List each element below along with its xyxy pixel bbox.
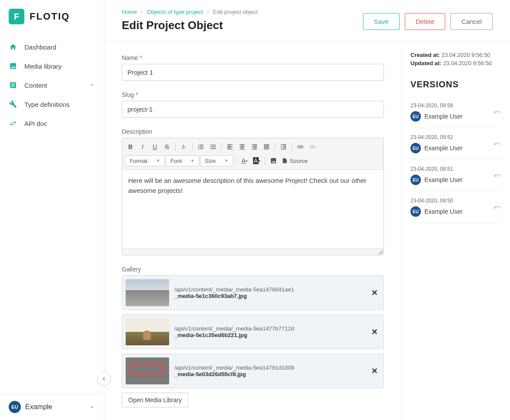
gallery-filename: _media-5e1c360c93ab7.jpg bbox=[174, 293, 363, 299]
save-button[interactable]: Save bbox=[363, 13, 400, 30]
revert-icon[interactable] bbox=[493, 140, 501, 148]
gallery-item[interactable]: /api/v1/content/_media/_media-5ea1477b77… bbox=[122, 314, 384, 349]
created-at: Created at: 23.04.2020 9:56:50 bbox=[410, 52, 501, 58]
gallery-path: /api/v1/content/_media/_media-5ea14781d1… bbox=[174, 364, 363, 371]
breadcrumb-home[interactable]: Home bbox=[122, 9, 137, 15]
sidebar-item-api[interactable]: API doc bbox=[0, 114, 104, 133]
remove-gallery-item-button[interactable]: ✕ bbox=[369, 365, 380, 377]
action-bar: Save Delete Cancel bbox=[363, 13, 493, 30]
align-right-button[interactable] bbox=[249, 141, 260, 152]
source-button[interactable]: Source bbox=[280, 155, 309, 166]
image-button[interactable] bbox=[268, 155, 279, 166]
sidebar-collapse-button[interactable] bbox=[97, 372, 111, 386]
sidebar-item-content[interactable]: Content bbox=[0, 76, 104, 95]
user-menu[interactable]: EU Example bbox=[0, 394, 104, 420]
align-justify-button[interactable] bbox=[261, 141, 272, 152]
align-left-button[interactable] bbox=[224, 141, 236, 152]
user-name: Example bbox=[25, 403, 52, 411]
breadcrumb: Home / Objects of type project / Edit pr… bbox=[122, 9, 258, 15]
open-media-library-button[interactable]: Open Media Library bbox=[122, 393, 188, 407]
editor-resize-handle[interactable] bbox=[122, 248, 383, 255]
version-date: 23-04-2020, 09:50 bbox=[410, 198, 463, 204]
version-item[interactable]: 23-04-2020, 09:50 EU Example User bbox=[410, 192, 501, 223]
format-select[interactable]: Format▼ bbox=[125, 155, 165, 166]
gallery-thumbnail bbox=[126, 318, 169, 345]
revert-icon[interactable] bbox=[493, 203, 501, 211]
italic-button[interactable]: I bbox=[137, 141, 148, 152]
gallery-item[interactable]: /api/v1/content/_media/_media-5ea1478841… bbox=[122, 275, 384, 310]
versions-heading: VERSIONS bbox=[410, 79, 501, 89]
ordered-list-button[interactable] bbox=[195, 141, 207, 152]
underline-button[interactable]: U bbox=[149, 141, 160, 152]
name-input[interactable] bbox=[122, 64, 384, 81]
user-avatar: EU bbox=[410, 143, 421, 153]
user-avatar: EU bbox=[410, 111, 421, 122]
cancel-button[interactable]: Cancel bbox=[450, 13, 493, 30]
slug-label: Slug * bbox=[122, 91, 384, 98]
gallery-item[interactable]: /api/v1/content/_media/_media-5ea14781d1… bbox=[122, 354, 384, 388]
name-label: Name * bbox=[122, 54, 384, 61]
chevron-up-icon bbox=[89, 404, 95, 410]
breadcrumb-current: Edit project object bbox=[213, 9, 258, 15]
gallery-path: /api/v1/content/_media/_media-5ea1478841… bbox=[174, 286, 363, 293]
image-icon bbox=[9, 62, 17, 70]
document-icon bbox=[9, 81, 17, 89]
version-date: 23-04-2020, 09:51 bbox=[410, 166, 463, 172]
user-avatar: EU bbox=[410, 206, 421, 217]
gallery-filename: _media-5e1c35ed6b221.jpg bbox=[174, 332, 363, 338]
swap-icon bbox=[9, 119, 17, 128]
clear-format-button[interactable]: Ix bbox=[178, 141, 190, 152]
form-area: Name * Slug * Description B I U bbox=[104, 41, 401, 420]
sidebar-item-types[interactable]: Type definitions bbox=[0, 95, 104, 114]
logo[interactable]: F FLOTIQ bbox=[0, 0, 104, 33]
gallery-label: Gallery bbox=[122, 266, 384, 273]
bg-color-button[interactable]: A▾ bbox=[251, 155, 262, 166]
main-area: Home / Objects of type project / Edit pr… bbox=[104, 0, 510, 420]
size-select[interactable]: Size▼ bbox=[200, 155, 233, 166]
gallery-thumbnail bbox=[126, 279, 169, 306]
version-user: EU Example User bbox=[410, 175, 463, 185]
rich-text-editor: B I U S Ix bbox=[122, 138, 384, 255]
align-center-button[interactable] bbox=[237, 141, 248, 152]
unlink-button[interactable] bbox=[307, 141, 318, 152]
sidebar-item-media[interactable]: Media library bbox=[0, 56, 104, 76]
remove-gallery-item-button[interactable]: ✕ bbox=[369, 326, 380, 337]
right-panel: Created at: 23.04.2020 9:56:50 Updated a… bbox=[401, 41, 510, 420]
user-avatar: EU bbox=[9, 401, 21, 413]
strikethrough-button[interactable]: S bbox=[161, 141, 173, 152]
indent-button[interactable] bbox=[278, 141, 289, 152]
logo-mark-icon: F bbox=[9, 9, 24, 24]
gallery-thumbnail bbox=[126, 357, 169, 384]
user-avatar: EU bbox=[410, 175, 421, 185]
nav-list: Dashboard Media library Content bbox=[0, 33, 104, 137]
version-user: EU Example User bbox=[410, 143, 463, 153]
version-item[interactable]: 23-04-2020, 09:52 EU Example User bbox=[410, 128, 501, 160]
chevron-down-icon bbox=[89, 82, 95, 88]
slug-input[interactable] bbox=[122, 101, 384, 118]
link-button[interactable] bbox=[295, 141, 306, 152]
font-select[interactable]: Font▼ bbox=[166, 155, 199, 166]
sidebar: F FLOTIQ Dashboard Media library Conte bbox=[0, 0, 104, 420]
version-user: EU Example User bbox=[410, 111, 463, 122]
revert-icon[interactable] bbox=[493, 172, 501, 179]
version-item[interactable]: 23-04-2020, 09:56 EU Example User bbox=[410, 96, 501, 128]
version-user: EU Example User bbox=[410, 206, 463, 217]
bullet-list-button[interactable] bbox=[207, 141, 219, 152]
version-date: 23-04-2020, 09:56 bbox=[410, 103, 463, 109]
editor-content[interactable]: Here will be an awesome description of t… bbox=[122, 170, 383, 248]
sidebar-item-label: Media library bbox=[24, 63, 62, 70]
bold-button[interactable]: B bbox=[125, 141, 136, 152]
sidebar-item-label: Type definitions bbox=[24, 101, 70, 108]
updated-at: Updated at: 23.04.2020 9:56:50 bbox=[410, 60, 501, 66]
gallery-path: /api/v1/content/_media/_media-5ea1477b77… bbox=[174, 325, 363, 332]
topbar: Home / Objects of type project / Edit pr… bbox=[104, 0, 510, 41]
remove-gallery-item-button[interactable]: ✕ bbox=[369, 287, 380, 298]
logo-text: FLOTIQ bbox=[30, 11, 70, 22]
delete-button[interactable]: Delete bbox=[405, 13, 445, 30]
breadcrumb-objects[interactable]: Objects of type project bbox=[147, 9, 203, 15]
sidebar-item-dashboard[interactable]: Dashboard bbox=[0, 37, 104, 56]
text-color-button[interactable]: A▾ bbox=[239, 155, 250, 166]
revert-icon[interactable] bbox=[493, 108, 501, 116]
home-icon bbox=[9, 43, 17, 51]
version-item[interactable]: 23-04-2020, 09:51 EU Example User bbox=[410, 160, 501, 192]
